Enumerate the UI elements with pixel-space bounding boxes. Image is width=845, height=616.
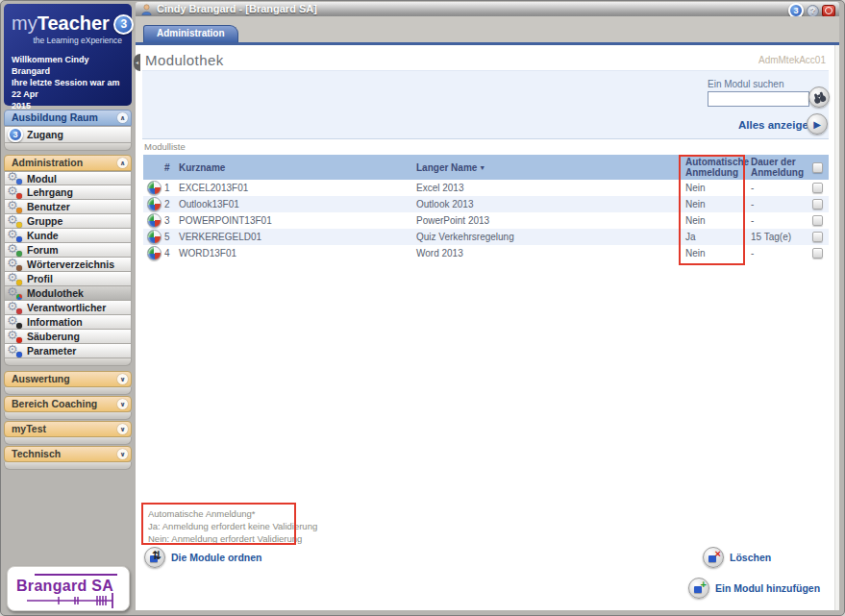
welcome-message: Willkommen Cindy Brangard Ihre letzte Se… bbox=[12, 54, 126, 111]
select-all-checkbox[interactable] bbox=[812, 162, 823, 173]
access-3-icon: 3 bbox=[8, 127, 23, 142]
brand-logo-panel: myTeacher 3 the Learning eXperience Will… bbox=[4, 4, 132, 106]
version-3-icon: 3 bbox=[113, 14, 134, 35]
section-footer bbox=[4, 387, 132, 395]
row-checkbox[interactable] bbox=[812, 199, 823, 209]
sidebar-item-modulothek[interactable]: ⚙ Modulothek bbox=[4, 286, 132, 301]
table-header-row: # Kurzname Langer Name▼ Automatische Anm… bbox=[143, 155, 829, 180]
show-all-play-button[interactable]: ▶ bbox=[807, 113, 828, 135]
module-icon bbox=[147, 213, 162, 228]
tab-administration[interactable]: Administration bbox=[143, 25, 238, 42]
search-panel: Ein Modul suchen Alles anzeigen ▶ bbox=[142, 70, 829, 139]
sidebar-section-mytest[interactable]: myTest ∨ bbox=[4, 421, 132, 437]
sidebar-item-forum[interactable]: ⚙ Forum bbox=[4, 243, 132, 258]
collapse-sidebar-handle[interactable]: ◂ bbox=[134, 54, 140, 71]
row-checkbox[interactable] bbox=[812, 232, 823, 242]
binoculars-icon bbox=[812, 91, 827, 104]
show-all-link[interactable]: Alles anzeigen bbox=[738, 119, 815, 131]
sidebar-section-technisch[interactable]: Technisch ∨ bbox=[4, 446, 132, 462]
order-modules-icon: ⇅ bbox=[144, 547, 165, 568]
module-icon bbox=[147, 181, 162, 195]
sidebar-item-benutzer[interactable]: ⚙ Benutzer bbox=[4, 200, 132, 214]
auto-enroll-note: Automatische Anmeldung* Ja: Anmeldung er… bbox=[148, 507, 317, 545]
chevron-down-icon[interactable]: ∨ bbox=[117, 424, 128, 434]
table-row[interactable]: 5 VERKEREGELD01 Quiz Verkehrsregelung Ja… bbox=[143, 229, 829, 245]
chevron-up-icon[interactable]: ∧ bbox=[117, 112, 128, 123]
row-checkbox[interactable] bbox=[812, 215, 823, 226]
window-titlebar: Cindy Brangard - [Brangard SA] 3 ? bbox=[136, 2, 839, 17]
main-content: ◂ Modulothek AdmMtekAcc01 Ein Modul such… bbox=[136, 45, 839, 610]
chevron-down-icon[interactable]: ∨ bbox=[117, 449, 128, 459]
sort-desc-icon: ▼ bbox=[479, 164, 485, 171]
page-title: Modulothek bbox=[145, 52, 224, 68]
section-footer bbox=[4, 462, 132, 470]
sidebar-item-kunde[interactable]: ⚙ Kunde bbox=[4, 229, 132, 243]
sidebar-item-saeuberung[interactable]: ⚙ Säuberung bbox=[4, 330, 132, 344]
customer-logo: Brangard SA bbox=[7, 566, 130, 611]
sidebar-item-woerterverzeichnis[interactable]: ⚙ Wörterverzeichnis bbox=[4, 258, 132, 272]
module-search-input[interactable] bbox=[708, 91, 809, 107]
window-title: Cindy Brangard - [Brangard SA] bbox=[157, 3, 317, 14]
column-header-dauer[interactable]: Dauer der Anmeldung bbox=[751, 157, 806, 178]
module-table: # Kurzname Langer Name▼ Automatische Anm… bbox=[143, 155, 829, 261]
chevron-down-icon[interactable]: ∨ bbox=[117, 374, 128, 384]
search-binoculars-button[interactable] bbox=[808, 86, 830, 108]
sidebar-section-auswertung[interactable]: Auswertung ∨ bbox=[4, 371, 132, 387]
sidebar-section-bereich-coaching[interactable]: Bereich Coaching ∨ bbox=[4, 396, 132, 412]
sidebar-item-zugang[interactable]: 3 Zugang bbox=[4, 126, 132, 143]
module-icon bbox=[147, 230, 162, 244]
sidebar-item-parameter[interactable]: ⚙ Parameter bbox=[4, 344, 132, 358]
gear-parameter-icon: ⚙ bbox=[7, 345, 23, 357]
user-icon bbox=[141, 4, 152, 15]
order-modules-button[interactable]: ⇅ Die Module ordnen bbox=[144, 547, 262, 568]
sidebar-section-administration[interactable]: Administration ∧ bbox=[4, 155, 132, 171]
sidebar-item-profil[interactable]: ⚙ Profil bbox=[4, 272, 132, 286]
add-module-button[interactable]: + Ein Modul hinzufügen bbox=[688, 578, 820, 599]
table-row[interactable]: 3 POWERPOINT13F01 PowerPoint 2013 Nein - bbox=[143, 212, 829, 229]
delete-icon: × bbox=[703, 547, 724, 568]
brand-tagline: the Learning eXperience bbox=[4, 36, 122, 45]
close-icon[interactable] bbox=[822, 5, 835, 17]
column-header-auto-anmeldung[interactable]: Automatische Anmeldung bbox=[681, 157, 751, 178]
sidebar-item-verantwortlicher[interactable]: ⚙ Verantwortlicher bbox=[4, 301, 132, 315]
help-icon[interactable]: ? bbox=[807, 5, 819, 17]
module-icon bbox=[147, 197, 162, 211]
myteacher-logo: myTeacher 3 bbox=[12, 12, 134, 35]
sidebar-item-information[interactable]: ⚙ Information bbox=[4, 315, 132, 330]
section-footer bbox=[4, 358, 132, 366]
row-checkbox[interactable] bbox=[812, 248, 823, 259]
scrollbar[interactable] bbox=[834, 45, 839, 610]
table-row[interactable]: 4 WORD13F01 Word 2013 Nein - bbox=[143, 245, 829, 261]
sidebar-section-ausbildung-raum[interactable]: Ausbildung Raum ∧ bbox=[4, 110, 132, 126]
section-footer bbox=[4, 412, 132, 420]
section-footer bbox=[4, 143, 132, 151]
column-header-langer-name[interactable]: Langer Name▼ bbox=[416, 162, 681, 173]
play-icon: ▶ bbox=[813, 119, 821, 130]
add-module-icon: + bbox=[688, 578, 709, 599]
module-list-label: Modulliste bbox=[144, 141, 186, 152]
row-checkbox[interactable] bbox=[812, 183, 823, 193]
sidebar-item-lehrgang[interactable]: ⚙ Lehrgang bbox=[4, 185, 132, 200]
customer-logo-staff-icon bbox=[13, 592, 123, 609]
table-row[interactable]: 1 EXCEL2013F01 Excel 2013 Nein - bbox=[143, 180, 829, 196]
account-code: AdmMtekAcc01 bbox=[758, 55, 826, 65]
delete-button[interactable]: × Löschen bbox=[703, 547, 771, 568]
table-row[interactable]: 2 Outlook13F01 Outlook 2013 Nein - bbox=[143, 196, 829, 212]
section-footer bbox=[4, 437, 132, 445]
module-icon bbox=[147, 246, 162, 260]
search-label: Ein Modul suchen bbox=[708, 79, 784, 89]
column-header-kurzname[interactable]: Kurzname bbox=[179, 162, 416, 173]
tab-bar: Administration bbox=[136, 16, 839, 42]
column-header-num[interactable]: # bbox=[164, 162, 179, 173]
chevron-down-icon[interactable]: ∨ bbox=[117, 399, 128, 409]
chevron-up-icon[interactable]: ∧ bbox=[117, 158, 128, 168]
app-window: myTeacher 3 the Learning eXperience Will… bbox=[0, 0, 845, 616]
sidebar-item-modul[interactable]: ⚙ Modul bbox=[4, 171, 132, 185]
sidebar-item-gruppe[interactable]: ⚙ Gruppe bbox=[4, 214, 132, 229]
